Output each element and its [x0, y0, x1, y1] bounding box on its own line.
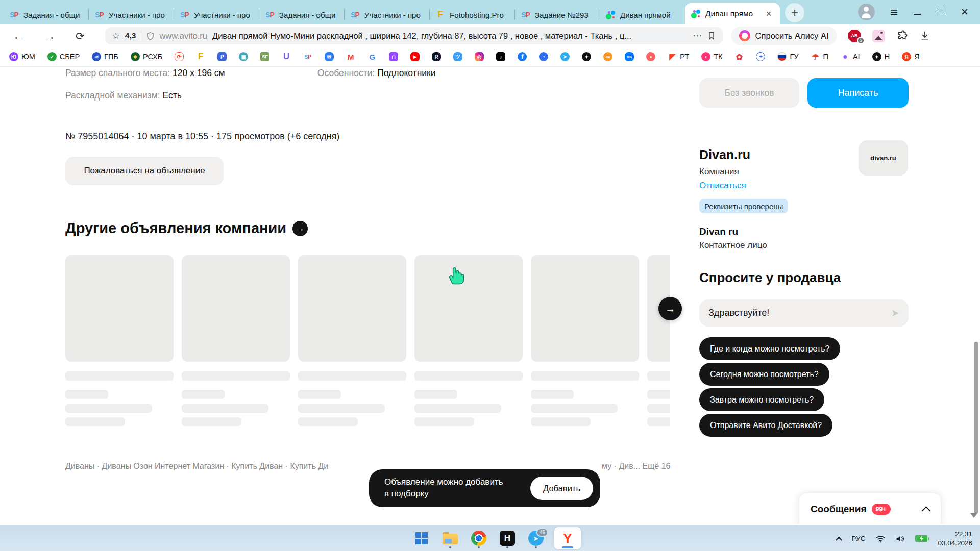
messages-widget[interactable]: Сообщения 99+: [799, 493, 941, 525]
seller-question-chip[interactable]: Отправите Авито Доставкой?: [699, 414, 832, 437]
ad-card-skeleton[interactable]: [65, 255, 174, 439]
close-icon[interactable]: ✕: [961, 7, 969, 17]
restore-icon[interactable]: [937, 8, 945, 16]
report-listing-button[interactable]: Пожаловаться на объявление: [65, 157, 224, 185]
downloads-icon[interactable]: [919, 30, 930, 41]
file-explorer-button[interactable]: [440, 527, 460, 549]
sber-bookmark[interactable]: ✓ СБЕР: [47, 52, 80, 61]
fotohosting-bookmark[interactable]: F: [196, 52, 205, 61]
footer-links-end[interactable]: му · Див... Ещё 16: [602, 462, 670, 471]
bookmark-flag-icon[interactable]: [707, 31, 716, 40]
unsubscribe-link[interactable]: Отписаться: [699, 181, 746, 191]
sp-bookmark[interactable]: [303, 52, 312, 61]
facebook-bookmark[interactable]: f: [518, 52, 527, 61]
ad-card-skeleton[interactable]: [647, 255, 670, 439]
ad-image-placeholder[interactable]: [531, 255, 639, 362]
umbrella-bookmark[interactable]: ☂ П: [811, 52, 828, 61]
smiley-messenger-bookmark[interactable]: ツ: [453, 52, 462, 61]
seller-question-chip[interactable]: Завтра можно посмотреть?: [699, 388, 824, 411]
browser-tab[interactable]: Задания - общи: [259, 5, 344, 24]
red-dot-app-bookmark[interactable]: ●: [646, 52, 655, 61]
telegram-bookmark[interactable]: ➤: [560, 52, 570, 61]
ask-alice-button[interactable]: Спросить Алису AI: [731, 27, 837, 45]
ad-image-placeholder[interactable]: [298, 255, 406, 362]
show-more-links[interactable]: Ещё 16: [642, 462, 670, 470]
carousel-next-button[interactable]: →: [658, 297, 682, 320]
ad-image-placeholder[interactable]: [65, 255, 174, 362]
yandex-bookmark[interactable]: Я Я: [902, 52, 919, 61]
tk-bookmark[interactable]: ◖ ТК: [701, 52, 722, 61]
browser-tab[interactable]: Участники - про: [174, 5, 259, 24]
rating-star-icon[interactable]: ☆: [112, 31, 120, 41]
h-app-button[interactable]: H: [497, 527, 518, 549]
ad-card-skeleton[interactable]: [414, 255, 523, 439]
rutube-bookmark[interactable]: R: [432, 52, 441, 61]
rshb-bookmark[interactable]: ❖ РСХБ: [131, 52, 162, 61]
wifi-icon[interactable]: [875, 535, 886, 543]
scrollbar-thumb[interactable]: [974, 342, 978, 513]
seller-question-chip[interactable]: Сегодня можно посмотреть?: [699, 363, 829, 386]
u-purple-bookmark[interactable]: U: [282, 52, 291, 61]
vk-bookmark[interactable]: VK: [625, 52, 634, 61]
tray-expand-icon[interactable]: [836, 537, 843, 543]
browser-tab[interactable]: Участники - про: [344, 5, 429, 24]
star-app-bookmark[interactable]: ✦: [582, 52, 591, 61]
sf-bookmark[interactable]: SF: [260, 52, 270, 61]
active-browser-tab[interactable]: Диван прямо ✕: [685, 3, 780, 24]
screenshot-extension-icon[interactable]: [872, 30, 885, 42]
mail-bookmark[interactable]: ✉: [325, 52, 334, 61]
instagram-bookmark[interactable]: ◎: [475, 52, 484, 61]
photo-teal-bookmark[interactable]: ▣: [239, 52, 248, 61]
profile-avatar[interactable]: [858, 4, 875, 20]
browser-tab[interactable]: Диван прямой: [600, 5, 685, 24]
gmail-bookmark[interactable]: M: [346, 52, 355, 61]
back-icon[interactable]: ←: [13, 31, 24, 41]
other-ads-arrow-icon[interactable]: →: [292, 221, 308, 236]
minimize-icon[interactable]: [913, 8, 921, 16]
chrome-button[interactable]: [469, 527, 489, 549]
odnoklassniki-bookmark[interactable]: ок: [603, 52, 612, 61]
battery-icon[interactable]: [915, 535, 927, 542]
seller-logo[interactable]: divan.ru: [859, 140, 908, 176]
red-arrow-app-bookmark[interactable]: ⟳: [175, 52, 184, 61]
chevron-up-icon[interactable]: [921, 506, 930, 515]
yoomoney-bookmark[interactable]: Ю ЮМ: [9, 52, 35, 61]
message-input[interactable]: [708, 308, 891, 318]
write-seller-button[interactable]: Написать: [807, 78, 909, 108]
toast-add-button[interactable]: Добавить: [530, 477, 593, 500]
ad-image-placeholder[interactable]: [414, 255, 523, 362]
p-blue-bookmark[interactable]: Р: [217, 52, 227, 61]
gosuslugi-emblem-bookmark[interactable]: ✦: [756, 52, 765, 61]
footer-links[interactable]: Диваны · Диваны Озон Интернет Магазин · …: [65, 462, 328, 471]
taskbar-clock[interactable]: 22:31 03.04.2026: [938, 530, 972, 547]
ad-card-skeleton[interactable]: [298, 255, 406, 439]
ad-card-skeleton[interactable]: [531, 255, 639, 439]
send-message-icon[interactable]: ➤: [891, 307, 899, 319]
volume-icon[interactable]: [896, 535, 905, 543]
gazprombank-bookmark[interactable]: ≋ ГПБ: [92, 52, 118, 61]
language-indicator[interactable]: РУС: [851, 535, 865, 542]
shield-icon[interactable]: [146, 32, 154, 40]
yandex-browser-button[interactable]: Y: [554, 527, 581, 549]
menu-icon[interactable]: ≡: [890, 6, 898, 19]
browser-tab[interactable]: Fotohosting.Pro: [429, 5, 514, 24]
overflow-icon[interactable]: ⋯: [693, 30, 702, 41]
twitch-bookmark[interactable]: ⊓: [389, 52, 398, 61]
reload-icon[interactable]: ⟳: [76, 31, 85, 41]
seller-company-name[interactable]: Divan.ru: [699, 147, 750, 162]
rt-bookmark[interactable]: ◤ РТ: [668, 52, 689, 61]
adblock-extension[interactable]: AB 6: [848, 30, 861, 42]
extensions-puzzle-icon[interactable]: [896, 30, 908, 42]
russia-flag-bookmark[interactable]: ГУ: [777, 52, 798, 61]
tiktok-bookmark[interactable]: ♪: [496, 52, 505, 61]
forward-icon[interactable]: →: [44, 31, 55, 41]
start-button[interactable]: [411, 527, 432, 549]
sparkle-bookmark[interactable]: ✦ Н: [872, 52, 890, 61]
tab-close-icon[interactable]: ✕: [764, 9, 774, 19]
sfr-bookmark[interactable]: ✿: [734, 52, 744, 61]
scrollbar-down-arrow[interactable]: [970, 513, 977, 518]
youtube-bookmark[interactable]: ▶: [410, 52, 420, 61]
browser-tab[interactable]: Участники - про: [88, 5, 174, 24]
ad-card-skeleton[interactable]: [182, 255, 290, 439]
seller-question-chip[interactable]: Где и когда можно посмотреть?: [699, 337, 840, 360]
